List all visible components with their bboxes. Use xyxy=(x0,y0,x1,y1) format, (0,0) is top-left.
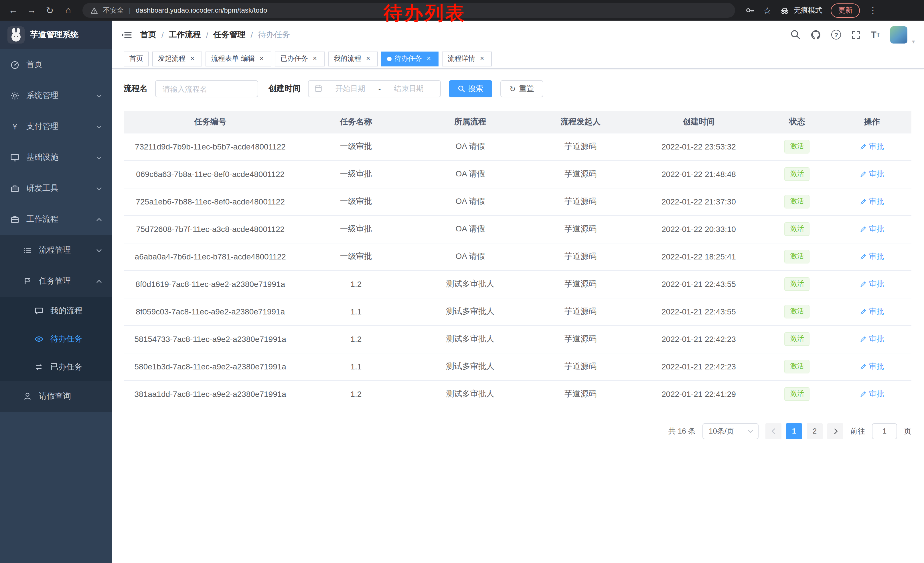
page-size-select[interactable]: 10条/页 xyxy=(702,423,759,439)
prev-page-button[interactable] xyxy=(765,423,782,439)
approve-link[interactable]: 审批 xyxy=(860,389,884,399)
font-size-icon[interactable]: TT xyxy=(871,30,880,39)
cell-process: 测试多审批人 xyxy=(415,353,525,380)
goto-page-input[interactable] xyxy=(872,423,897,439)
sidebar-item-process-mgmt[interactable]: 流程管理 xyxy=(0,235,112,266)
approve-link[interactable]: 审批 xyxy=(860,334,884,344)
hamburger-icon[interactable] xyxy=(122,30,132,40)
process-name-input[interactable] xyxy=(155,80,258,98)
approve-link[interactable]: 审批 xyxy=(860,169,884,179)
cell-task-name: 1.2 xyxy=(297,380,415,408)
tab-form-edit[interactable]: 流程表单-编辑 × xyxy=(206,51,272,66)
cell-initiator: 芋道源码 xyxy=(525,243,636,270)
approve-link[interactable]: 审批 xyxy=(860,306,884,317)
cell-task-name: 一级审批 xyxy=(297,243,415,270)
close-icon[interactable]: × xyxy=(258,55,266,63)
sidebar-item-infrastructure[interactable]: 基础设施 xyxy=(0,142,112,173)
next-page-button[interactable] xyxy=(827,423,843,439)
tab-todo-tasks[interactable]: 待办任务 × xyxy=(381,51,438,66)
page-button-1[interactable]: 1 xyxy=(786,423,802,439)
edit-icon xyxy=(860,390,867,398)
sidebar-item-home[interactable]: 首页 xyxy=(0,49,112,80)
sidebar-item-system[interactable]: 系统管理 xyxy=(0,80,112,111)
cell-task-id: 75d72608-7b7f-11ec-a3c8-acde48001122 xyxy=(124,215,297,243)
sidebar-item-label: 任务管理 xyxy=(39,276,71,286)
avatar[interactable] xyxy=(890,26,908,43)
browser-home-icon[interactable]: ⌂ xyxy=(62,4,74,17)
reset-button[interactable]: ↻ 重置 xyxy=(500,80,543,98)
cell-initiator: 芋道源码 xyxy=(525,215,636,243)
close-icon[interactable]: × xyxy=(425,55,433,63)
top-navbar: 首页 / 工作流程 / 任务管理 / 待办任务 ? xyxy=(112,21,924,49)
sidebar-item-devtools[interactable]: 研发工具 xyxy=(0,173,112,204)
chevron-down-icon xyxy=(96,156,102,159)
tab-home[interactable]: 首页 xyxy=(124,51,149,66)
sidebar-item-label: 基础设施 xyxy=(26,152,58,163)
cell-created: 2022-01-22 20:33:10 xyxy=(636,215,762,243)
sidebar-item-workflow[interactable]: 工作流程 xyxy=(0,204,112,235)
github-icon[interactable] xyxy=(811,30,821,40)
browser-forward-icon[interactable]: → xyxy=(25,4,38,17)
close-icon[interactable]: × xyxy=(478,55,486,63)
sidebar-item-done-tasks[interactable]: 已办任务 xyxy=(0,353,112,381)
avatar-caret-icon: ▾ xyxy=(912,38,915,44)
sidebar-item-leave-query[interactable]: 请假查询 xyxy=(0,381,112,412)
approve-link[interactable]: 审批 xyxy=(860,224,884,234)
table-row: 75d72608-7b7f-11ec-a3c8-acde48001122 一级审… xyxy=(124,215,911,243)
browser-update-button[interactable]: 更新 xyxy=(831,3,860,18)
approve-link[interactable]: 审批 xyxy=(860,197,884,207)
browser-reload-icon[interactable]: ↻ xyxy=(44,4,56,17)
sidebar-item-payment[interactable]: ¥ 支付管理 xyxy=(0,111,112,142)
approve-link[interactable]: 审批 xyxy=(860,141,884,152)
cell-process: OA 请假 xyxy=(415,161,525,188)
cell-process: 测试多审批人 xyxy=(415,270,525,298)
approve-link[interactable]: 审批 xyxy=(860,251,884,262)
start-date-placeholder: 开始日期 xyxy=(325,84,376,94)
sidebar-item-label: 首页 xyxy=(26,60,42,70)
search-icon[interactable] xyxy=(790,30,800,39)
tab-label: 我的流程 xyxy=(334,54,361,63)
logo-icon xyxy=(8,26,25,44)
chevron-down-icon xyxy=(96,94,102,98)
close-icon[interactable]: × xyxy=(364,55,372,63)
breadcrumb-task-mgmt[interactable]: 任务管理 xyxy=(213,30,246,40)
tab-process-detail[interactable]: 流程详情 × xyxy=(442,51,492,66)
date-range-picker[interactable]: 开始日期 - 结束日期 xyxy=(308,80,441,98)
tab-start-process[interactable]: 发起流程 × xyxy=(152,51,202,66)
sidebar-menu: 首页 系统管理 ¥ 支付管理 基础设施 xyxy=(0,49,112,412)
close-icon[interactable]: × xyxy=(188,55,196,63)
tab-my-process[interactable]: 我的流程 × xyxy=(328,51,378,66)
sidebar-item-label: 我的流程 xyxy=(50,306,82,316)
help-icon[interactable]: ? xyxy=(831,30,841,39)
cell-task-id: 580e1b3d-7ac8-11ec-a9e2-a2380e71991a xyxy=(124,353,297,380)
breadcrumb-workflow[interactable]: 工作流程 xyxy=(169,30,201,40)
browser-back-icon[interactable]: ← xyxy=(7,4,20,17)
chevron-down-icon xyxy=(748,429,753,433)
close-icon[interactable]: × xyxy=(311,55,319,63)
cell-initiator: 芋道源码 xyxy=(525,380,636,408)
edit-icon xyxy=(860,226,867,233)
browser-menu-icon[interactable]: ⋮ xyxy=(869,5,878,15)
approve-link[interactable]: 审批 xyxy=(860,279,884,289)
cell-initiator: 芋道源码 xyxy=(525,353,636,380)
search-icon xyxy=(458,86,465,92)
cell-initiator: 芋道源码 xyxy=(525,270,636,298)
edit-icon xyxy=(860,308,867,315)
breadcrumb-home[interactable]: 首页 xyxy=(140,30,156,40)
col-initiator: 流程发起人 xyxy=(525,111,636,133)
fullscreen-icon[interactable] xyxy=(851,30,861,39)
yen-icon: ¥ xyxy=(10,122,20,131)
status-badge: 激活 xyxy=(784,360,810,373)
chevron-right-icon xyxy=(833,428,838,434)
app-logo[interactable]: 芋道管理系统 xyxy=(0,21,112,49)
search-button[interactable]: 搜索 xyxy=(449,80,492,98)
sidebar-item-todo-tasks[interactable]: 待办任务 xyxy=(0,325,112,353)
cell-task-name: 一级审批 xyxy=(297,215,415,243)
tab-done-tasks[interactable]: 已办任务 × xyxy=(275,51,325,66)
key-icon[interactable] xyxy=(746,6,754,15)
sidebar-item-my-process[interactable]: 我的流程 xyxy=(0,297,112,325)
sidebar-item-task-mgmt[interactable]: 任务管理 xyxy=(0,266,112,297)
bookmark-star-icon[interactable]: ☆ xyxy=(763,5,771,16)
approve-link[interactable]: 审批 xyxy=(860,362,884,372)
page-button-2[interactable]: 2 xyxy=(807,423,823,439)
